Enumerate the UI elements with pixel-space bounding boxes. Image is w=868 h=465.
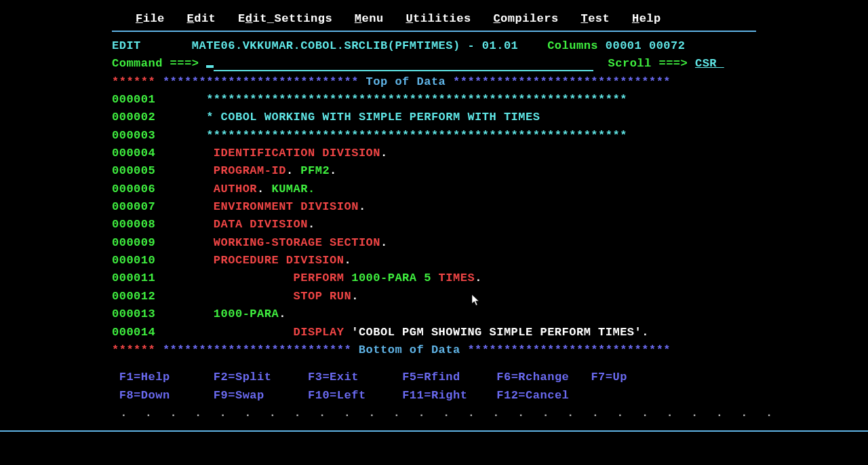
line-number[interactable]: 000010 bbox=[112, 254, 155, 267]
code-token: ****************************************… bbox=[206, 129, 627, 142]
fn-f2[interactable]: F2=Split bbox=[214, 371, 272, 384]
menu-menu[interactable]: Menu bbox=[355, 12, 384, 25]
code-line[interactable]: 000006 AUTHOR. KUMAR. bbox=[112, 181, 756, 198]
code-token: . bbox=[475, 272, 482, 284]
code-token: PERFORM bbox=[294, 272, 344, 284]
scroll-label: Scroll ===> bbox=[608, 57, 688, 70]
line-number[interactable]: 000005 bbox=[112, 164, 155, 177]
code-line[interactable]: 000010 PROCEDURE DIVISION. bbox=[112, 252, 756, 269]
code-token: PROGRAM-ID bbox=[214, 164, 286, 177]
menu-edit-settings[interactable]: Edit_Settings bbox=[238, 12, 332, 25]
fn-f11[interactable]: F11=Right bbox=[402, 389, 467, 402]
header-line: EDIT MATE06.VKKUMAR.COBOL.SRCLIB(PFMTIME… bbox=[112, 37, 756, 55]
scroll-value[interactable]: CSR bbox=[695, 57, 724, 70]
fn-f6[interactable]: F6=Rchange bbox=[496, 371, 569, 384]
code-token: . bbox=[257, 183, 271, 196]
code-line[interactable]: 000014 DISPLAY 'COBOL PGM SHOWING SIMPLE… bbox=[112, 324, 756, 341]
fn-f5[interactable]: F5=Rfind bbox=[402, 371, 460, 384]
code-line[interactable]: 000001 *********************************… bbox=[112, 91, 756, 109]
line-number[interactable]: 000004 bbox=[112, 147, 155, 160]
menu-bar: File Edit Edit_Settings Menu Utilities C… bbox=[112, 12, 756, 32]
fn-f12[interactable]: F12=Cancel bbox=[496, 389, 569, 402]
menu-test[interactable]: Test bbox=[580, 12, 610, 25]
code-line[interactable]: 000003 *********************************… bbox=[112, 127, 756, 145]
line-number[interactable]: 000002 bbox=[112, 111, 155, 124]
code-token bbox=[431, 272, 439, 284]
fn-f3[interactable]: F3=Exit bbox=[308, 371, 359, 384]
code-token: DISPLAY bbox=[294, 326, 344, 339]
code-token: TIMES bbox=[439, 272, 475, 284]
code-token: . bbox=[359, 200, 366, 213]
top-of-data-marker: ****** *************************** Top o… bbox=[112, 73, 756, 91]
code-line[interactable]: 000005 PROGRAM-ID. PFM2. bbox=[112, 162, 756, 180]
line-number[interactable]: 000013 bbox=[112, 308, 155, 320]
command-label: Command ===> bbox=[112, 57, 199, 70]
fn-f8[interactable]: F8=Down bbox=[119, 389, 170, 402]
code-line[interactable]: 000008 DATA DIVISION. bbox=[112, 216, 756, 234]
command-line: Command ===> Scroll ===> CSR bbox=[112, 55, 756, 73]
dataset-name: MATE06.VKKUMAR.COBOL.SRCLIB(PFMTIMES) - … bbox=[192, 39, 519, 52]
code-line[interactable]: 000013 1000-PARA. bbox=[112, 305, 756, 323]
code-area[interactable]: 000001 *********************************… bbox=[112, 91, 756, 341]
code-token: . bbox=[351, 290, 359, 303]
code-line[interactable]: 000012 STOP RUN. bbox=[112, 288, 756, 305]
code-token: STOP RUN bbox=[294, 290, 352, 303]
code-token: ****************************************… bbox=[206, 93, 627, 106]
code-line[interactable]: 000004 IDENTIFICATION DIVISION. bbox=[112, 145, 756, 162]
bottom-divider bbox=[0, 430, 868, 432]
line-number[interactable]: 000006 bbox=[112, 183, 155, 196]
code-token: 1000-PARA 5 bbox=[351, 272, 431, 284]
columns-label: Columns bbox=[547, 39, 598, 52]
bottom-of-data-marker: ****** ************************** Bottom… bbox=[112, 341, 756, 359]
code-line[interactable]: 000007 ENVIRONMENT DIVISION. bbox=[112, 198, 756, 216]
code-token: . bbox=[344, 254, 351, 267]
line-number[interactable]: 000007 bbox=[112, 200, 155, 213]
code-token: WORKING-STORAGE SECTION bbox=[214, 236, 380, 249]
line-number[interactable]: 000008 bbox=[112, 218, 155, 231]
line-number[interactable]: 000014 bbox=[112, 326, 155, 339]
code-token: . bbox=[642, 326, 649, 339]
code-token: DATA DIVISION bbox=[214, 218, 308, 231]
command-input[interactable] bbox=[214, 58, 593, 71]
menu-compilers[interactable]: Compilers bbox=[493, 12, 558, 25]
code-token: AUTHOR bbox=[214, 183, 257, 196]
code-line[interactable]: 000002 * COBOL WORKING WITH SIMPLE PERFO… bbox=[112, 109, 756, 126]
menu-utilities[interactable]: Utilities bbox=[406, 12, 471, 25]
code-token: KUMAR. bbox=[271, 183, 315, 196]
code-token: ENVIRONMENT DIVISION bbox=[214, 200, 359, 213]
code-token: . bbox=[286, 164, 300, 177]
line-number[interactable]: 000001 bbox=[112, 93, 155, 106]
status-dots: . . . . . . . . . . . . . . . . . . . . … bbox=[112, 405, 756, 422]
code-line[interactable]: 000009 WORKING-STORAGE SECTION. bbox=[112, 234, 756, 252]
code-token bbox=[344, 272, 351, 284]
code-token: IDENTIFICATION DIVISION bbox=[214, 147, 380, 160]
line-number[interactable]: 000003 bbox=[112, 129, 155, 142]
code-token: PFM2 bbox=[300, 164, 330, 177]
code-token: . bbox=[330, 164, 337, 177]
code-token: * COBOL WORKING WITH SIMPLE PERFORM WITH… bbox=[206, 111, 540, 124]
cursor-icon bbox=[206, 65, 214, 68]
menu-edit[interactable]: Edit bbox=[187, 12, 216, 25]
fn-f7[interactable]: F7=Up bbox=[591, 371, 627, 384]
line-number[interactable]: 000009 bbox=[112, 236, 155, 249]
code-token: . bbox=[308, 218, 315, 231]
fn-f9[interactable]: F9=Swap bbox=[214, 389, 264, 402]
menu-help[interactable]: Help bbox=[632, 12, 661, 25]
code-token: . bbox=[279, 308, 286, 320]
mode-label: EDIT bbox=[112, 39, 141, 52]
code-token: PROCEDURE DIVISION bbox=[214, 254, 344, 267]
fn-f1[interactable]: F1=Help bbox=[119, 371, 170, 384]
fn-f10[interactable]: F10=Left bbox=[308, 389, 366, 402]
columns-value: 00001 00072 bbox=[606, 39, 686, 52]
code-token bbox=[344, 326, 351, 339]
menu-file[interactable]: File bbox=[136, 12, 165, 25]
fn-keys-row2: F8=Down F9=Swap F10=Left F11=Right F12=C… bbox=[112, 387, 756, 405]
line-number[interactable]: 000012 bbox=[112, 290, 155, 303]
code-token: 1000-PARA bbox=[214, 308, 279, 320]
fn-keys-row1: F1=Help F2=Split F3=Exit F5=Rfind F6=Rch… bbox=[112, 369, 756, 386]
code-line[interactable]: 000011 PERFORM 1000-PARA 5 TIMES. bbox=[112, 269, 756, 287]
code-token: 'COBOL PGM SHOWING SIMPLE PERFORM TIMES' bbox=[351, 326, 642, 339]
line-number[interactable]: 000011 bbox=[112, 272, 155, 284]
code-token: . bbox=[380, 147, 388, 160]
code-token: . bbox=[380, 236, 388, 249]
